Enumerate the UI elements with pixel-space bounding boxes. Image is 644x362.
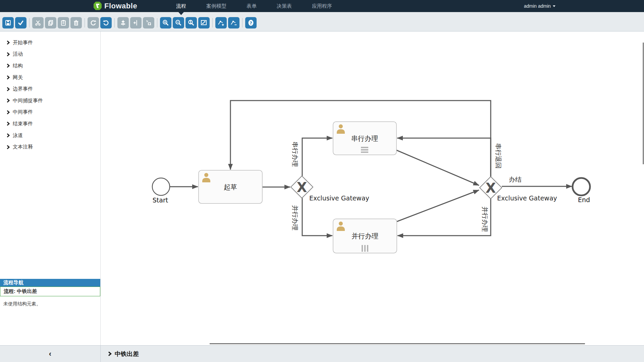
align-horizontal-icon: [132, 19, 139, 26]
nav-tab[interactable]: 流程: [166, 0, 196, 12]
flow-parallel-to-gateway2[interactable]: [397, 190, 479, 222]
paste-icon: [60, 19, 67, 26]
zoom-actual-size-button[interactable]: 1: [185, 17, 197, 28]
help-button[interactable]: ?: [245, 17, 257, 28]
palette-group[interactable]: 结束事件: [0, 118, 100, 130]
chevron-right-icon: [7, 52, 10, 56]
horizontal-scrollbar[interactable]: [210, 343, 585, 344]
align-horizontal-button[interactable]: [130, 17, 142, 28]
start-event[interactable]: [152, 178, 170, 195]
user-task-parallel[interactable]: 并行办理: [333, 219, 397, 253]
svg-text:1: 1: [190, 20, 192, 24]
user-task-draft[interactable]: 起草: [199, 170, 262, 203]
navigator-note: 未使用结构元素。: [0, 296, 100, 312]
palette-group[interactable]: 泳道: [0, 130, 100, 141]
chevron-right-icon: [7, 87, 10, 91]
sequential-multi-instance-icon: [361, 147, 368, 153]
palette-group[interactable]: 中间捕捉事件: [0, 95, 100, 107]
user-task-serial[interactable]: 串行办理: [333, 122, 396, 155]
flow-parallel-return[interactable]: [397, 199, 491, 236]
gateway2-label: Exclusive Gateway: [497, 194, 557, 202]
palette-group[interactable]: 结构: [0, 60, 100, 72]
gateway1-label: Exclusive Gateway: [309, 194, 369, 202]
chevron-right-icon: [108, 351, 112, 356]
same-size-button[interactable]: [143, 17, 154, 28]
chevron-down-icon: [553, 5, 555, 8]
brand-name: Flowable: [104, 2, 137, 10]
end-event[interactable]: [573, 178, 590, 195]
delete-button[interactable]: [70, 17, 82, 28]
flow-gateway1-to-parallel[interactable]: [302, 198, 332, 236]
chevron-right-icon: [7, 110, 10, 114]
model-breadcrumb[interactable]: 中铁出差: [101, 346, 644, 362]
flow-label-parallel-return: 并行办理: [481, 206, 489, 232]
user-name: admin admin: [524, 3, 551, 9]
nav-tab[interactable]: 应用程序: [302, 0, 342, 12]
palette-group-list: 开始事件 活动 结构: [0, 32, 100, 153]
copy-button[interactable]: [45, 17, 56, 28]
flow-label-finish: 办结: [509, 176, 522, 183]
toolbar-separator: [157, 18, 157, 27]
zoom-actual-size-icon: 1: [187, 19, 195, 26]
zoom-out-icon: [175, 19, 182, 26]
palette-group[interactable]: 活动: [0, 49, 100, 60]
palette-group[interactable]: 网关: [0, 72, 100, 83]
bottom-bar: ‹ 中铁出差: [0, 345, 644, 362]
nav-tab[interactable]: 决策表: [267, 0, 302, 12]
toolbar-separator: [212, 18, 213, 27]
bpmn-canvas[interactable]: Start 起草 X Exclusive Gateway: [101, 32, 644, 345]
redo-icon: [90, 19, 97, 26]
toolbar-separator: [85, 18, 85, 27]
palette-group[interactable]: 边界事件: [0, 83, 100, 95]
save-icon: [5, 19, 11, 26]
process-navigator: 流程导航 流程: 中铁出差 未使用结构元素。: [0, 279, 100, 312]
main-tabs: 流程 案例模型 表单 决策表 应用程序: [166, 0, 342, 12]
toolbar-separator: [114, 18, 115, 27]
zoom-out-button[interactable]: [173, 17, 184, 28]
user-menu[interactable]: admin admin: [524, 0, 555, 12]
collapse-sidebar-button[interactable]: ‹: [49, 350, 51, 358]
nav-tab[interactable]: 表单: [236, 0, 267, 12]
nav-tab[interactable]: 案例模型: [196, 0, 236, 12]
flow-label-serial-return: 串行退回: [495, 143, 502, 169]
palette-group[interactable]: 开始事件: [0, 37, 100, 49]
palette-group[interactable]: 文本注释: [0, 141, 100, 153]
remove-bendpoint-icon: [230, 19, 237, 26]
bpmn-diagram: Start 起草 X Exclusive Gateway: [101, 32, 644, 345]
flow-gateway1-to-serial[interactable]: [302, 138, 332, 176]
editor-toolbar: 1: [0, 12, 644, 32]
zoom-in-icon: [162, 19, 169, 26]
zoom-fit-button[interactable]: [198, 17, 210, 28]
end-event-label: End: [578, 196, 590, 203]
flowable-modeler: Flowable 流程 案例模型 表单 决策表: [0, 0, 644, 362]
flow-serial-to-gateway2[interactable]: [396, 150, 479, 185]
toolbar-separator: [242, 18, 243, 27]
remove-bendpoint-button[interactable]: [228, 17, 239, 28]
vertical-scrollbar[interactable]: [643, 43, 644, 164]
svg-text:?: ?: [250, 20, 252, 25]
validate-button[interactable]: [15, 17, 26, 28]
palette-group[interactable]: 中间事件: [0, 107, 100, 118]
flow-label-to-serial: 串行办理: [291, 141, 299, 167]
check-icon: [17, 19, 24, 26]
start-event-label: Start: [153, 196, 168, 204]
task-draft-label: 起草: [224, 183, 237, 191]
chevron-right-icon: [7, 41, 10, 45]
task-parallel-label: 并行办理: [352, 232, 378, 240]
add-bendpoint-button[interactable]: [215, 17, 227, 28]
save-button[interactable]: [2, 17, 14, 28]
zoom-fit-icon: [200, 19, 208, 26]
chevron-right-icon: [7, 133, 10, 137]
navigator-current-process[interactable]: 流程: 中铁出差: [0, 287, 100, 296]
add-bendpoint-icon: [218, 19, 224, 26]
zoom-in-button[interactable]: [160, 17, 171, 28]
flowable-logo-icon: [93, 1, 102, 10]
chevron-right-icon: [7, 122, 10, 126]
chevron-right-icon: [7, 75, 10, 79]
paste-button[interactable]: [58, 17, 69, 28]
cut-button[interactable]: [32, 17, 44, 28]
align-vertical-button[interactable]: [117, 17, 129, 28]
undo-button[interactable]: [100, 17, 112, 28]
redo-button[interactable]: [88, 17, 99, 28]
task-serial-label: 串行办理: [351, 134, 378, 142]
